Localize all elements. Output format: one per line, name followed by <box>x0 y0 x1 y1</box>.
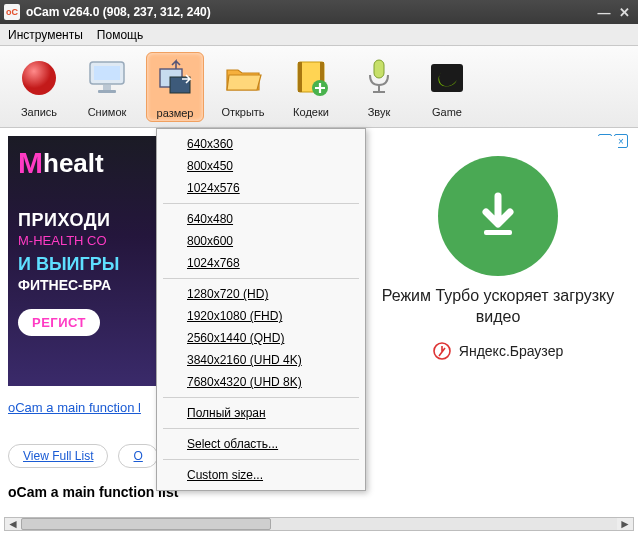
svg-rect-4 <box>98 90 116 93</box>
ad-left-register-button[interactable]: РЕГИСТ <box>18 309 100 336</box>
menu-tools[interactable]: Инструменты <box>8 28 83 42</box>
ad-left-logo-text: healt <box>43 148 104 179</box>
codecs-icon <box>287 54 335 102</box>
link-view-full-list[interactable]: View Full List <box>8 444 108 468</box>
game-label: Game <box>420 106 474 118</box>
snapshot-label: Снимок <box>80 106 134 118</box>
yandex-icon <box>433 342 451 360</box>
dropdown-item[interactable]: 3840x2160 (UHD 4K) <box>159 349 363 371</box>
svg-rect-2 <box>94 66 120 80</box>
codecs-label: Кодеки <box>284 106 338 118</box>
resize-icon <box>151 55 199 103</box>
scroll-thumb[interactable] <box>21 518 271 530</box>
svg-rect-15 <box>484 230 512 235</box>
ad-right[interactable]: Режим Турбо ускоряет загрузку видео Янде… <box>378 136 618 386</box>
ad-left-logo-m: M <box>18 146 43 180</box>
window-title: oCam v264.0 (908, 237, 312, 240) <box>26 5 211 19</box>
titlebar: oC oCam v264.0 (908, 237, 312, 240) — ✕ <box>0 0 638 24</box>
open-button[interactable]: Открыть <box>214 52 272 120</box>
dropdown-item[interactable]: 640x480 <box>159 208 363 230</box>
dropdown-item[interactable]: 1280x720 (HD) <box>159 283 363 305</box>
menu-help[interactable]: Помощь <box>97 28 143 42</box>
size-label: размер <box>149 107 201 119</box>
scroll-track[interactable] <box>21 518 617 530</box>
heading-bottom: oCam a main function list <box>8 484 178 500</box>
monitor-icon <box>83 54 131 102</box>
minimize-button[interactable]: — <box>594 4 614 20</box>
microphone-icon <box>355 54 403 102</box>
toolbar: Запись Снимок размер <box>0 46 638 128</box>
dropdown-item[interactable]: Полный экран <box>159 402 363 424</box>
dropdown-separator <box>163 278 359 279</box>
dropdown-item[interactable]: 640x360 <box>159 133 363 155</box>
dropdown-item[interactable]: 800x450 <box>159 155 363 177</box>
size-dropdown: 640x360800x4501024x576640x480800x6001024… <box>156 128 366 491</box>
menubar: Инструменты Помощь <box>0 24 638 46</box>
svg-rect-11 <box>374 60 384 78</box>
dropdown-separator <box>163 203 359 204</box>
scroll-right-arrow[interactable]: ► <box>617 518 633 530</box>
scroll-left-arrow[interactable]: ◄ <box>5 518 21 530</box>
sound-button[interactable]: Звук <box>350 52 408 120</box>
open-label: Открыть <box>216 106 270 118</box>
close-button[interactable]: ✕ <box>614 4 634 20</box>
dropdown-item[interactable]: 7680x4320 (UHD 8K) <box>159 371 363 393</box>
dropdown-separator <box>163 397 359 398</box>
dropdown-item[interactable]: Select область... <box>159 433 363 455</box>
sound-label: Звук <box>352 106 406 118</box>
dropdown-item[interactable]: 2560x1440 (QHD) <box>159 327 363 349</box>
snapshot-button[interactable]: Снимок <box>78 52 136 120</box>
link-row: View Full List O <box>8 444 158 468</box>
nvidia-icon <box>423 54 471 102</box>
dropdown-item[interactable]: Custom size... <box>159 464 363 486</box>
record-icon <box>15 54 63 102</box>
dropdown-item[interactable]: 1920x1080 (FHD) <box>159 305 363 327</box>
svg-point-0 <box>22 61 56 95</box>
link-ocam-main[interactable]: oCam a main function l <box>8 400 141 415</box>
ad-right-brand-text: Яндекс.Браузер <box>459 343 563 359</box>
svg-rect-3 <box>103 85 111 90</box>
dropdown-item[interactable]: 1024x768 <box>159 252 363 274</box>
size-button[interactable]: размер <box>146 52 204 122</box>
game-button[interactable]: Game <box>418 52 476 120</box>
dropdown-item[interactable]: 1024x576 <box>159 177 363 199</box>
horizontal-scrollbar[interactable]: ◄ ► <box>4 517 634 531</box>
svg-rect-8 <box>298 62 302 92</box>
codecs-button[interactable]: Кодеки <box>282 52 340 120</box>
record-button[interactable]: Запись <box>10 52 68 120</box>
svg-rect-14 <box>431 64 463 92</box>
app-icon: oC <box>4 4 20 20</box>
ad-right-brand: Яндекс.Браузер <box>378 342 618 360</box>
dropdown-item[interactable]: 800x600 <box>159 230 363 252</box>
dropdown-separator <box>163 428 359 429</box>
dropdown-separator <box>163 459 359 460</box>
link-other[interactable]: O <box>118 444 157 468</box>
ad-right-headline: Режим Турбо ускоряет загрузку видео <box>378 286 618 328</box>
record-label: Запись <box>12 106 66 118</box>
folder-icon <box>219 54 267 102</box>
download-icon <box>438 156 558 276</box>
